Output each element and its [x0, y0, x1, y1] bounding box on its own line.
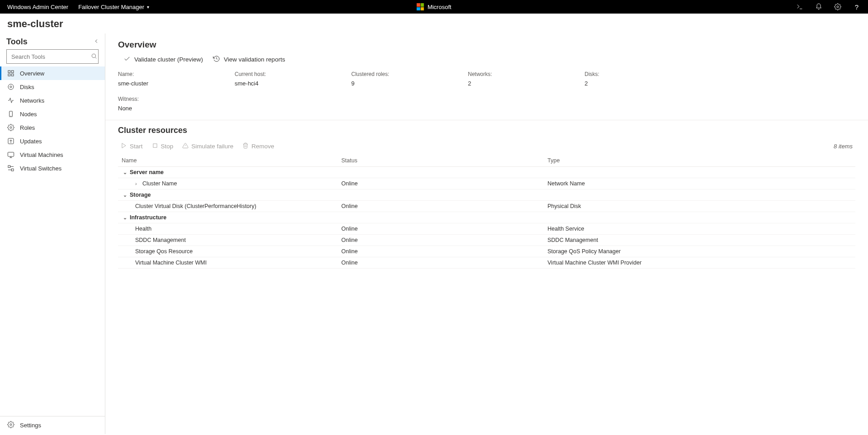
- table-row[interactable]: ›Cluster NameOnlineNetwork Name: [118, 178, 855, 189]
- svg-point-9: [10, 86, 12, 88]
- svg-point-12: [10, 127, 12, 128]
- solution-picker[interactable]: Failover Cluster Manager ▾: [78, 4, 149, 10]
- svg-marker-23: [122, 143, 126, 148]
- resource-type: Storage QoS Policy Manager: [547, 248, 621, 255]
- remove-label: Remove: [251, 143, 274, 150]
- checkmark-icon: [123, 55, 131, 64]
- sidebar-settings[interactable]: Settings: [0, 416, 105, 434]
- prop-host-label: Current host:: [235, 71, 338, 77]
- sidebar-item-roles[interactable]: Roles: [0, 121, 105, 134]
- sidebar-item-updates[interactable]: Updates: [0, 134, 105, 148]
- resource-type: SDDC Management: [547, 237, 598, 243]
- overview-properties: Name: sme-cluster Current host: sme-hci4…: [118, 69, 688, 120]
- solution-picker-label: Failover Cluster Manager: [78, 4, 144, 10]
- chevron-down-icon: ⌄: [122, 215, 128, 221]
- prop-networks: Networks: 2: [468, 71, 571, 87]
- prop-roles-value: 9: [351, 80, 454, 87]
- table-row[interactable]: HealthOnlineHealth Service: [118, 223, 855, 235]
- disk-icon: [7, 83, 14, 90]
- prop-host-value: sme-hci4: [235, 80, 338, 87]
- product-brand[interactable]: Windows Admin Center: [7, 4, 68, 10]
- stop-label: Stop: [161, 143, 174, 150]
- column-header-status[interactable]: Status: [338, 155, 544, 167]
- sidebar-item-nodes[interactable]: Nodes: [0, 107, 105, 121]
- svg-point-2: [92, 54, 95, 57]
- group-row-infrastructure[interactable]: ⌄Infrastructure: [118, 212, 855, 223]
- svg-rect-24: [153, 144, 156, 147]
- prop-witness: Witness: None: [118, 96, 221, 112]
- resource-status: Online: [341, 226, 358, 232]
- svg-rect-5: [11, 71, 14, 73]
- sidebar-nav-list: OverviewDisksNetworksNodesRolesUpdatesVi…: [0, 66, 105, 416]
- group-row-server-name[interactable]: ⌄Server name: [118, 167, 855, 178]
- microsoft-label: Microsoft: [428, 4, 452, 10]
- prop-disks-value: 2: [585, 80, 688, 87]
- table-row[interactable]: Storage Qos ResourceOnlineStorage QoS Po…: [118, 246, 855, 257]
- stop-button[interactable]: Stop: [152, 142, 174, 150]
- sidebar-item-virtual-switches[interactable]: Virtual Switches: [0, 161, 105, 175]
- sidebar-collapse-button[interactable]: [93, 38, 99, 46]
- search-tools-input[interactable]: [10, 53, 88, 61]
- resource-name: Health: [135, 226, 151, 232]
- search-tools-box[interactable]: [6, 49, 99, 64]
- sidebar-item-networks[interactable]: Networks: [0, 94, 105, 107]
- gear-icon: [7, 421, 14, 430]
- sidebar-item-label: Virtual Switches: [20, 165, 61, 172]
- validate-cluster-button[interactable]: Validate cluster (Preview): [123, 55, 203, 64]
- table-row[interactable]: SDDC ManagementOnlineSDDC Management: [118, 235, 855, 246]
- prop-clustered-roles: Clustered roles: 9: [351, 71, 454, 87]
- resources-table: Name Status Type ⌄Server name›Cluster Na…: [118, 155, 855, 269]
- trash-icon: [242, 142, 249, 150]
- table-row[interactable]: Virtual Machine Cluster WMIOnlineVirtual…: [118, 257, 855, 269]
- group-label: Infrastructure: [130, 214, 166, 221]
- table-row[interactable]: Cluster Virtual Disk (ClusterPerformance…: [118, 201, 855, 212]
- column-header-type[interactable]: Type: [544, 155, 855, 167]
- prop-name-label: Name:: [118, 71, 221, 77]
- node-icon: [7, 110, 14, 118]
- svg-point-22: [10, 424, 12, 426]
- view-reports-label: View validation reports: [224, 56, 285, 63]
- sidebar-item-label: Virtual Machines: [20, 151, 63, 158]
- vm-icon: [7, 151, 14, 158]
- view-reports-button[interactable]: View validation reports: [213, 55, 285, 64]
- network-icon: [7, 97, 14, 104]
- sidebar-item-label: Networks: [20, 97, 44, 104]
- sidebar-item-label: Updates: [20, 138, 42, 145]
- prop-witness-label: Witness:: [118, 96, 221, 102]
- chevron-down-icon: ⌄: [122, 192, 128, 198]
- resources-count: 8 items: [834, 143, 855, 150]
- prop-roles-label: Clustered roles:: [351, 71, 454, 77]
- resource-name: SDDC Management: [135, 237, 186, 243]
- resource-status: Online: [341, 248, 358, 255]
- resource-status: Online: [341, 203, 358, 209]
- play-icon: [121, 142, 127, 150]
- simulate-failure-button[interactable]: Simulate failure: [182, 142, 233, 150]
- updates-icon: [7, 137, 14, 145]
- remove-button[interactable]: Remove: [242, 142, 274, 150]
- start-button[interactable]: Start: [121, 142, 143, 150]
- powershell-icon[interactable]: [796, 3, 804, 11]
- resource-type: Virtual Machine Cluster WMI Provider: [547, 260, 642, 266]
- prop-name: Name: sme-cluster: [118, 71, 221, 87]
- column-header-name[interactable]: Name: [118, 155, 338, 167]
- sidebar-item-virtual-machines[interactable]: Virtual Machines: [0, 148, 105, 161]
- help-icon[interactable]: ?: [853, 3, 861, 11]
- svg-rect-6: [11, 74, 14, 76]
- sidebar-item-overview[interactable]: Overview: [0, 66, 105, 80]
- sidebar-item-label: Nodes: [20, 111, 37, 118]
- global-topbar: Windows Admin Center Failover Cluster Ma…: [0, 0, 868, 14]
- settings-icon[interactable]: [834, 3, 842, 11]
- group-row-storage[interactable]: ⌄Storage: [118, 189, 855, 201]
- sidebar-item-label: Disks: [20, 84, 34, 90]
- chevron-down-icon: ▾: [147, 5, 149, 9]
- sidebar-settings-label: Settings: [20, 422, 41, 429]
- resource-name: Storage Qos Resource: [135, 248, 193, 255]
- notifications-icon[interactable]: [815, 3, 823, 11]
- warning-icon: [182, 142, 189, 150]
- prop-networks-value: 2: [468, 80, 571, 87]
- prop-disks: Disks: 2: [585, 71, 688, 87]
- prop-witness-value: None: [118, 105, 221, 112]
- sidebar-item-label: Roles: [20, 124, 35, 131]
- prop-disks-label: Disks:: [585, 71, 688, 77]
- sidebar-item-disks[interactable]: Disks: [0, 80, 105, 94]
